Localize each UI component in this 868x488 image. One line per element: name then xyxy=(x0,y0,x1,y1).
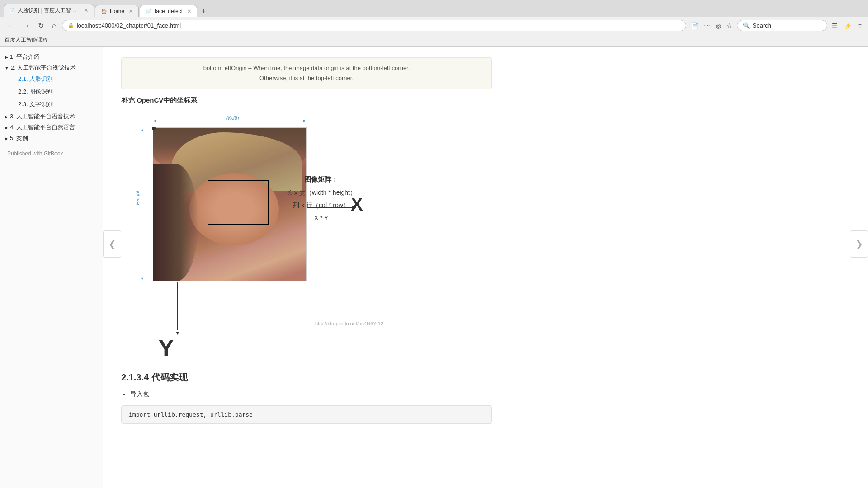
sidebar-label-2: 2. 人工智能平台视觉技术 xyxy=(11,64,76,72)
bullet-item-1-text: 导入包 xyxy=(130,390,149,398)
tab-close-3[interactable]: ✕ xyxy=(187,9,191,14)
height-line xyxy=(142,132,142,277)
sidebar-label-5: 5. 案例 xyxy=(10,134,28,142)
pocket-button[interactable]: ◎ xyxy=(714,21,723,30)
new-tab-button[interactable]: + xyxy=(198,5,209,17)
tab-bar: 📄 人脸识别 | 百度人工智能课程 ✕ 🏠 Home ✕ 📄 face_dete… xyxy=(0,0,868,17)
sidebar-item-platform-intro[interactable]: ▶ 1. 平台介绍 xyxy=(0,51,103,62)
bullet-item-1: 导入包 xyxy=(130,389,492,400)
y-label: Y xyxy=(158,334,174,361)
tab-label-2: Home xyxy=(110,8,124,14)
tab-favicon-3: 📄 xyxy=(146,8,152,14)
diagram-container: ◄ ► Width ▲ ▼ Height xyxy=(121,114,492,362)
sidebar-label-text: 2.3. 文字识别 xyxy=(18,100,53,108)
more-button[interactable]: ⋯ xyxy=(702,21,712,30)
arrow-icon-4: ▶ xyxy=(5,125,8,130)
tab-3[interactable]: 📄 face_detect ✕ xyxy=(140,5,197,17)
nav-bar: ← → ↻ ⌂ 🔒 localhost:4000/02_chapter/01_f… xyxy=(0,17,868,34)
sidebar-label-face: 2.1. 人脸识别 xyxy=(18,75,53,83)
tab-2[interactable]: 🏠 Home ✕ xyxy=(95,5,139,17)
bookmarks-bar: 百度人工智能课程 xyxy=(0,34,868,46)
search-icon: 🔍 xyxy=(743,22,750,29)
sidebar-item-face[interactable]: 2.1. 人脸识别 xyxy=(11,73,103,85)
lena-image-wrapper xyxy=(153,127,307,281)
arrow-icon-5: ▶ xyxy=(5,136,8,141)
matrix-info: 图像矩阵： 长 x 宽（width * height） 列 x 行（col * … xyxy=(286,173,356,224)
code-block-import: import urllib.request, urllib.parse xyxy=(121,405,492,424)
tab-favicon-1: 📄 xyxy=(9,8,15,14)
sidebar: ▶ 1. 平台介绍 ▼ 2. 人工智能平台视觉技术 2.1. 人脸识别 2.2.… xyxy=(0,47,103,488)
matrix-line1: 长 x 宽（width * height） xyxy=(286,186,356,199)
sidebar-item-vision[interactable]: ▼ 2. 人工智能平台视觉技术 xyxy=(0,62,103,73)
reload-button[interactable]: ↻ xyxy=(35,20,47,31)
diagram-area: ◄ ► Width ▲ ▼ Height xyxy=(130,114,356,362)
sidebar-item-cases[interactable]: ▶ 5. 案例 xyxy=(0,132,103,143)
matrix-line2: 列 x 行（col * row） xyxy=(286,199,356,211)
width-arrow-left: ◄ xyxy=(153,118,157,123)
nav-left-button[interactable]: ❮ xyxy=(103,230,121,258)
info-line-1: bottomLeftOrigin – When true, the image … xyxy=(203,65,410,71)
bookmark-1[interactable]: 百度人工智能课程 xyxy=(5,36,48,44)
width-label: Width xyxy=(225,115,239,121)
info-line-2: Otherwise, it is at the top-left corner. xyxy=(259,75,354,81)
sidebar-item-image[interactable]: 2.2. 图像识别 xyxy=(11,85,103,98)
sidebar-item-text[interactable]: 2.3. 文字识别 xyxy=(11,98,103,111)
sidebar-item-voice[interactable]: ▶ 3. 人工智能平台语音技术 xyxy=(0,111,103,122)
info-box: bottomLeftOrigin – When true, the image … xyxy=(121,57,492,89)
sidebar-sub-vision: 2.1. 人脸识别 2.2. 图像识别 2.3. 文字识别 xyxy=(0,73,103,111)
content-area[interactable]: ❮ bottomLeftOrigin – When true, the imag… xyxy=(103,47,868,488)
forward-button[interactable]: → xyxy=(20,21,33,31)
height-arrow: ▲ ▼ xyxy=(140,127,144,281)
supplement-title-text: 补充 OpenCV中的坐标系 xyxy=(121,96,197,104)
matrix-line3: X * Y xyxy=(286,211,356,224)
address-text: localhost:4000/02_chapter/01_face.html xyxy=(77,22,680,29)
search-text: Search xyxy=(753,22,771,29)
tab-label-1: 人脸识别 | 百度人工智能课程 xyxy=(18,7,80,14)
content-main: bottomLeftOrigin – When true, the image … xyxy=(103,47,510,488)
home-button[interactable]: ⌂ xyxy=(49,21,59,31)
nav-right-button[interactable]: ❯ xyxy=(850,230,868,258)
height-arrow-bottom: ▼ xyxy=(140,277,144,281)
height-arrow-top: ▲ xyxy=(140,127,144,132)
code-text-import: import urllib.request, urllib.parse xyxy=(129,411,253,418)
sidebar-label-image: 2.2. 图像识别 xyxy=(18,88,53,96)
sidebar-item-nlp[interactable]: ▶ 4. 人工智能平台自然语言 xyxy=(0,122,103,132)
width-arrow-right: ► xyxy=(302,118,307,123)
tab-close-1[interactable]: ✕ xyxy=(84,8,88,14)
sync-button[interactable]: ⚡ xyxy=(842,21,854,30)
security-icon: 🔒 xyxy=(68,23,74,28)
browser-chrome: 📄 人脸识别 | 百度人工智能课程 ✕ 🏠 Home ✕ 📄 face_dete… xyxy=(0,0,868,47)
address-bar[interactable]: 🔒 localhost:4000/02_chapter/01_face.html xyxy=(62,20,686,31)
sidebar-label-3: 3. 人工智能平台语音技术 xyxy=(10,113,75,121)
supplement-title: 补充 OpenCV中的坐标系 xyxy=(121,96,492,105)
y-axis-head: ▼ xyxy=(175,330,180,336)
bullet-list: 导入包 xyxy=(121,389,492,400)
tab-close-2[interactable]: ✕ xyxy=(129,9,133,14)
y-axis-line xyxy=(177,282,178,330)
sidebar-label-1: 1. 平台介绍 xyxy=(10,53,40,61)
arrow-icon-1: ▶ xyxy=(5,55,8,60)
sidebar-toggle[interactable]: ☰ xyxy=(830,21,840,30)
tab-favicon-2: 🏠 xyxy=(101,8,107,14)
y-axis-arrow: ▼ xyxy=(175,282,180,336)
tab-1[interactable]: 📄 人脸识别 | 百度人工智能课程 ✕ xyxy=(4,4,94,17)
reader-view-button[interactable]: 📄 xyxy=(689,21,700,30)
arrow-icon-3: ▶ xyxy=(5,114,8,119)
tab-label-3: face_detect xyxy=(155,8,183,14)
left-arrow-icon: ❮ xyxy=(108,239,116,249)
back-button[interactable]: ← xyxy=(5,21,17,31)
sidebar-published: Published with GitBook xyxy=(0,143,103,164)
watermark: http://blog.csdn.net/on4N6YI12 xyxy=(315,321,383,326)
search-box[interactable]: 🔍 Search xyxy=(737,20,827,31)
app-body: ▶ 1. 平台介绍 ▼ 2. 人工智能平台视觉技术 2.1. 人脸识别 2.2.… xyxy=(0,47,868,488)
sidebar-label-4: 4. 人工智能平台自然语言 xyxy=(10,123,75,131)
bookmark-button[interactable]: ☆ xyxy=(725,21,734,30)
right-arrow-icon: ❯ xyxy=(855,239,863,249)
lena-image xyxy=(153,127,307,281)
published-text: Published with GitBook xyxy=(7,150,63,157)
menu-button[interactable]: ≡ xyxy=(856,21,863,30)
code-section-header: 2.1.3.4 代码实现 xyxy=(121,371,492,384)
nav-extras: 📄 ⋯ ◎ ☆ xyxy=(689,21,734,30)
height-label: Height xyxy=(135,191,140,205)
code-section-title: 2.1.3.4 代码实现 xyxy=(121,372,188,382)
